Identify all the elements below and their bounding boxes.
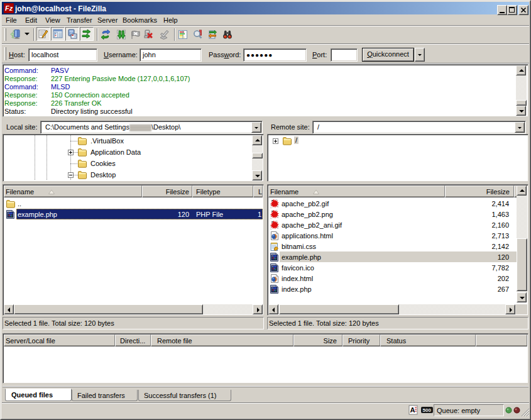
svg-text:Fz: Fz xyxy=(5,4,13,12)
svg-text:500: 500 xyxy=(423,407,432,413)
svg-text:A: A xyxy=(410,406,415,414)
